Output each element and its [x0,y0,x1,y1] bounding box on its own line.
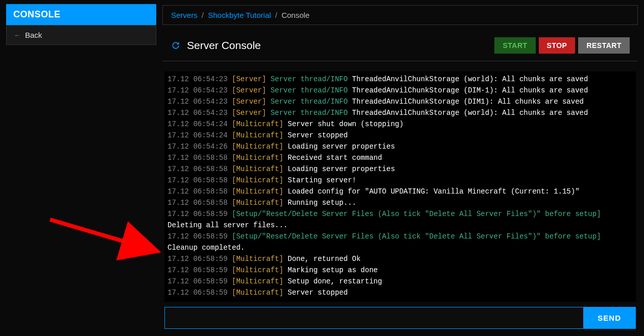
log-line: 17.12 06:58:58 [Multicraft] Loaded confi… [168,186,633,197]
breadcrumb: Servers / Shockbyte Tutorial / Console [162,5,638,25]
log-line: 17.12 06:54:24 [Multicraft] Server stopp… [168,130,633,141]
sidebar: CONSOLE ← Back [0,0,162,336]
log-line: 17.12 06:58:59 [Multicraft] Marking setu… [168,265,633,276]
log-line: 17.12 06:54:23 [Server] Server thread/IN… [168,85,633,96]
log-line: 17.12 06:58:59 [Multicraft] Server stopp… [168,287,633,298]
log-line: 17.12 06:58:58 [Multicraft] Running setu… [168,197,633,208]
restart-button[interactable]: RESTART [578,37,630,54]
console-header: Server Console START STOP RESTART [162,37,638,61]
log-line: 17.12 06:58:59 [Multicraft] Setup done, … [168,276,633,287]
command-bar: SEND [164,307,636,329]
log-line: 17.12 06:58:58 [Multicraft] Loading serv… [168,163,633,175]
back-label: Back [25,31,42,39]
log-line: 17.12 06:54:23 [Server] Server thread/IN… [168,96,633,107]
command-input[interactable] [165,307,583,328]
main-content: Servers / Shockbyte Tutorial / Console S… [162,0,644,336]
back-button[interactable]: ← Back [6,25,156,45]
server-control-buttons: START STOP RESTART [494,37,630,54]
refresh-icon[interactable] [171,40,181,51]
back-arrow-icon: ← [14,31,21,39]
console-output[interactable]: 17.12 06:54:23 [Server] Server thread/IN… [164,71,636,302]
log-line: 17.12 06:54:23 [Server] Server thread/IN… [168,74,633,85]
breadcrumb-sep: / [202,11,204,19]
breadcrumb-sep: / [275,11,277,19]
breadcrumb-current: Console [281,11,309,19]
log-line: 17.12 06:58:59 [Setup/"Reset/Delete Serv… [168,208,633,231]
log-line: 17.12 06:54:24 [Multicraft] Server shut … [168,118,633,130]
send-button[interactable]: SEND [583,307,635,328]
log-line: 17.12 06:58:59 [Multicraft] Done, return… [168,253,633,265]
log-line: 17.12 06:58:59 [Setup/"Reset/Delete Serv… [168,231,633,253]
log-line: 17.12 06:54:26 [Multicraft] Loading serv… [168,141,633,152]
breadcrumb-server-name[interactable]: Shockbyte Tutorial [208,11,271,19]
log-line: 17.12 06:58:58 [Multicraft] Starting ser… [168,175,633,186]
sidebar-title: CONSOLE [6,4,156,25]
breadcrumb-servers[interactable]: Servers [171,11,198,19]
start-button[interactable]: START [494,37,535,54]
page-title: Server Console [187,39,261,52]
log-line: 17.12 06:58:58 [Multicraft] Received sta… [168,152,633,163]
log-line: 17.12 06:54:23 [Server] Server thread/IN… [168,107,633,118]
stop-button[interactable]: STOP [539,37,576,54]
